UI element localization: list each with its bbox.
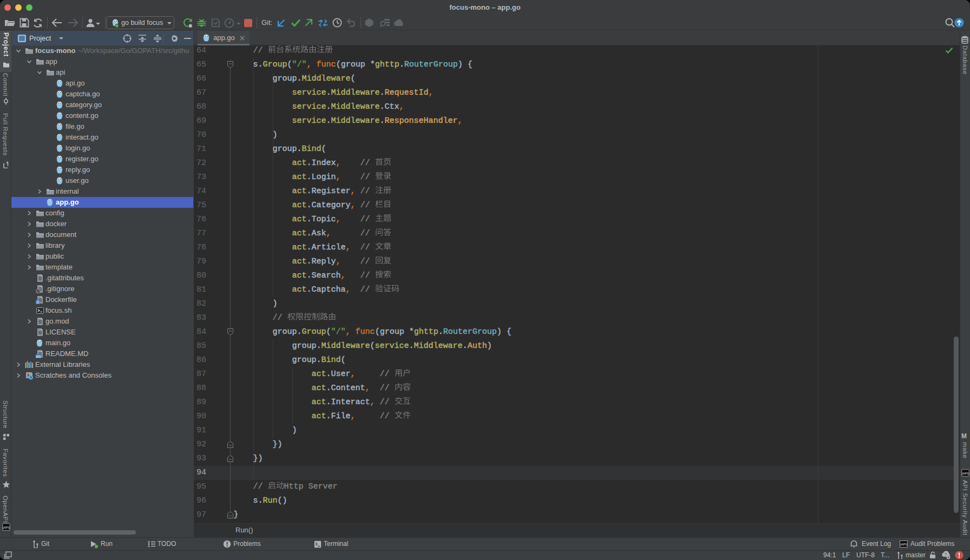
svg-text:{API}: {API} (962, 472, 969, 475)
svg-text:?: ? (945, 552, 947, 557)
svg-text:{API}: {API} (900, 543, 907, 546)
